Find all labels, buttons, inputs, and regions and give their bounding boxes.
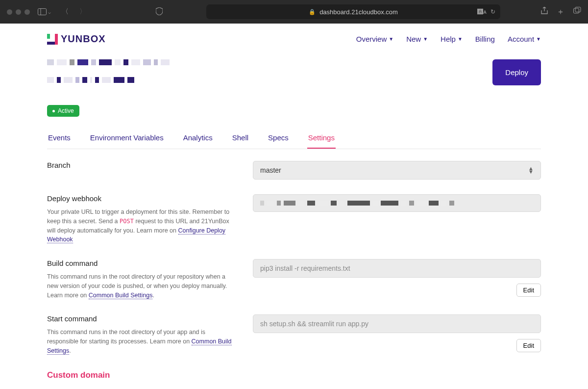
tab-settings[interactable]: Settings bbox=[307, 129, 336, 149]
caret-down-icon: ▼ bbox=[536, 36, 541, 42]
project-title-area bbox=[47, 59, 204, 83]
status-badge: Active bbox=[47, 105, 79, 117]
nav-billing-label: Billing bbox=[475, 35, 495, 43]
nav-new-label: New bbox=[406, 35, 421, 43]
tabs: Events Environment Variables Analytics S… bbox=[47, 129, 541, 149]
close-window[interactable] bbox=[7, 9, 12, 15]
row-start-command: Start command This command runs in the r… bbox=[47, 314, 541, 355]
webhook-label: Deploy webhook bbox=[47, 194, 233, 203]
build-learn-more-link[interactable]: Common Build Settings bbox=[89, 292, 153, 299]
deploy-button[interactable]: Deploy bbox=[492, 59, 541, 85]
start-description: This command runs in the root directory … bbox=[47, 328, 233, 355]
build-edit-button[interactable]: Edit bbox=[516, 284, 541, 297]
start-label: Start command bbox=[47, 314, 233, 323]
tab-specs[interactable]: Specs bbox=[267, 129, 290, 149]
maximize-window[interactable] bbox=[24, 9, 30, 15]
webhook-description: Your private URL to trigger a deployment… bbox=[47, 207, 233, 244]
logo[interactable]: YUNBOX bbox=[47, 33, 106, 45]
tab-analytics[interactable]: Analytics bbox=[182, 129, 214, 149]
back-button[interactable]: 〈 bbox=[59, 5, 72, 18]
build-command-input[interactable]: pip3 install -r requirements.txt bbox=[253, 259, 541, 278]
start-command-input[interactable]: sh setup.sh && streamlit run app.py bbox=[253, 314, 541, 333]
caret-down-icon: ▼ bbox=[423, 36, 428, 42]
nav-help-label: Help bbox=[441, 35, 456, 43]
row-deploy-webhook: Deploy webhook Your private URL to trigg… bbox=[47, 194, 541, 244]
browser-chrome: ⌵ 〈 〉 🔒 dashboard.21cloudbox.com 🅰ᴀ ↻ ＋ bbox=[0, 0, 588, 24]
build-description: This command runs in the root directory … bbox=[47, 272, 233, 300]
branch-label: Branch bbox=[47, 161, 233, 169]
lock-icon: 🔒 bbox=[309, 9, 316, 15]
row-build-command: Build command This command runs in the r… bbox=[47, 259, 541, 300]
nav-account-label: Account bbox=[508, 35, 534, 43]
webhook-url-redacted bbox=[253, 194, 541, 212]
tab-environment-variables[interactable]: Environment Variables bbox=[89, 129, 165, 149]
share-icon[interactable] bbox=[541, 7, 548, 17]
nav-overview[interactable]: Overview▼ bbox=[356, 35, 393, 43]
nav-new[interactable]: New▼ bbox=[406, 35, 428, 43]
logo-mark bbox=[47, 34, 58, 45]
nav-billing[interactable]: Billing bbox=[475, 35, 495, 43]
svg-rect-0 bbox=[38, 9, 47, 15]
reload-icon[interactable]: ↻ bbox=[490, 8, 495, 15]
sidebar-toggle-icon[interactable]: ⌵ bbox=[35, 6, 54, 17]
settings-form: Branch master ▲▼ Deploy webhook Your pri… bbox=[47, 161, 541, 389]
tabs-overview-icon[interactable] bbox=[573, 7, 581, 17]
nav-account[interactable]: Account▼ bbox=[508, 35, 541, 43]
build-label: Build command bbox=[47, 259, 233, 267]
row-branch: Branch master ▲▼ bbox=[47, 161, 541, 180]
forward-button[interactable]: 〉 bbox=[76, 5, 89, 18]
address-bar[interactable]: 🔒 dashboard.21cloudbox.com 🅰ᴀ ↻ bbox=[206, 4, 500, 19]
new-tab-icon[interactable]: ＋ bbox=[557, 7, 564, 17]
project-title-redacted bbox=[47, 59, 204, 65]
nav-overview-label: Overview bbox=[356, 35, 387, 43]
status-badge-text: Active bbox=[58, 107, 74, 114]
branch-value: master bbox=[260, 166, 281, 174]
svg-rect-3 bbox=[575, 7, 581, 12]
shield-icon[interactable] bbox=[153, 5, 166, 19]
start-edit-button[interactable]: Edit bbox=[516, 339, 541, 352]
caret-down-icon: ▼ bbox=[389, 36, 393, 42]
logo-text: YUNBOX bbox=[61, 33, 106, 45]
svg-rect-2 bbox=[574, 8, 579, 13]
select-updown-icon: ▲▼ bbox=[528, 167, 534, 174]
top-nav: YUNBOX Overview▼ New▼ Help▼ Billing Acco… bbox=[47, 33, 541, 45]
nav-help[interactable]: Help▼ bbox=[441, 35, 463, 43]
caret-down-icon: ▼ bbox=[458, 36, 463, 42]
tab-events[interactable]: Events bbox=[47, 129, 72, 149]
url-text: dashboard.21cloudbox.com bbox=[319, 8, 398, 16]
window-controls bbox=[7, 9, 30, 15]
minimize-window[interactable] bbox=[16, 9, 21, 15]
translate-icon[interactable]: 🅰ᴀ bbox=[477, 8, 487, 15]
project-url-redacted bbox=[47, 77, 155, 83]
address-bar-container: 🔒 dashboard.21cloudbox.com 🅰ᴀ ↻ bbox=[171, 4, 536, 19]
tab-shell[interactable]: Shell bbox=[231, 129, 249, 149]
custom-domain-title: Custom domain bbox=[47, 370, 541, 380]
project-header: Deploy bbox=[47, 59, 541, 85]
nav-links: Overview▼ New▼ Help▼ Billing Account▼ bbox=[356, 35, 541, 43]
branch-select[interactable]: master ▲▼ bbox=[253, 161, 541, 180]
